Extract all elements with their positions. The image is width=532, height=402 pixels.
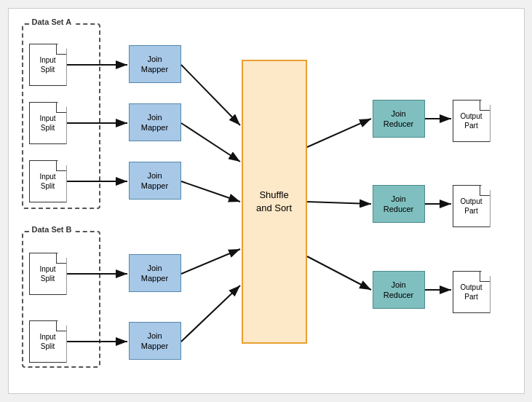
arrow-mapper4-shuffle	[181, 249, 240, 274]
join-mapper-4: JoinMapper	[129, 254, 181, 292]
arrow-shuffle-reducer1	[307, 119, 371, 147]
input-split-5: InputSplit	[29, 320, 67, 363]
output-part-2: OutputPart	[453, 185, 491, 227]
join-mapper-1: JoinMapper	[129, 45, 181, 83]
join-reducer-2: JoinReducer	[373, 185, 425, 223]
arrow-mapper3-shuffle	[181, 181, 240, 202]
diagram-container: Data Set A Data Set B InputSplit InputSp…	[8, 8, 525, 394]
dataset-a-label: Data Set A	[29, 17, 75, 26]
shuffle-sort-label: Shuffleand Sort	[256, 189, 292, 215]
shuffle-sort-box: Shuffleand Sort	[242, 60, 307, 344]
join-mapper-3: JoinMapper	[129, 162, 181, 200]
output-part-3: OutputPart	[453, 271, 491, 313]
arrow-shuffle-reducer2	[307, 202, 371, 204]
input-split-4: InputSplit	[29, 253, 67, 295]
input-split-2: InputSplit	[29, 102, 67, 144]
arrow-shuffle-reducer3	[307, 256, 371, 290]
main-area: Data Set A Data Set B InputSplit InputSp…	[16, 16, 517, 386]
input-split-3: InputSplit	[29, 160, 67, 202]
dataset-b-label: Data Set B	[29, 225, 75, 234]
join-reducer-3: JoinReducer	[373, 271, 425, 309]
join-mapper-2: JoinMapper	[129, 103, 181, 141]
output-part-1: OutputPart	[453, 100, 491, 142]
arrow-mapper5-shuffle	[181, 285, 240, 342]
input-split-1: InputSplit	[29, 44, 67, 86]
join-mapper-5: JoinMapper	[129, 322, 181, 360]
arrow-mapper1-shuffle	[181, 65, 240, 125]
arrow-mapper2-shuffle	[181, 123, 240, 162]
join-reducer-1: JoinReducer	[373, 100, 425, 138]
